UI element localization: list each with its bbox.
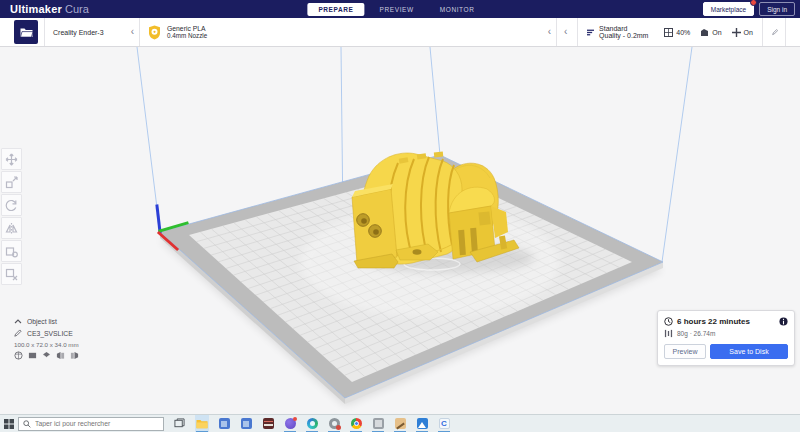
cura-icon: C [439, 418, 450, 429]
divider [577, 18, 578, 46]
stage-tabs: PREPARE PREVIEW MONITOR [307, 0, 485, 18]
taskbar-app-gray[interactable] [371, 415, 385, 432]
adhesion-value: On [744, 29, 753, 36]
material-usage-estimate: 80g · 26.74m [677, 330, 715, 337]
infill-setting: 40% [664, 28, 690, 37]
view-right-icon[interactable] [70, 351, 79, 360]
model-name: CE3_SVSLICE [27, 330, 73, 337]
taskbar-app-red-stripes[interactable] [261, 415, 275, 432]
search-input[interactable] [35, 420, 150, 427]
printer-selector[interactable]: Creality Ender-3 ‹ [44, 18, 140, 46]
adhesion-setting: On [732, 28, 753, 37]
brand-cura: Cura [65, 3, 89, 15]
model-list-item[interactable]: CE3_SVSLICE [14, 327, 79, 339]
save-to-disk-button[interactable]: Save to Disk [710, 344, 788, 359]
per-model-settings-icon [5, 245, 18, 258]
tab-monitor[interactable]: MONITOR [429, 3, 486, 16]
move-tool-button[interactable] [1, 148, 22, 170]
material-selector[interactable]: Generic PLA 0.4mm Nozzle ‹ [140, 18, 557, 46]
rotate-icon [5, 199, 18, 212]
preview-button[interactable]: Preview [664, 344, 706, 359]
printer-name: Creality Ender-3 [53, 29, 131, 36]
support-blocker-button[interactable] [1, 263, 22, 285]
photos-icon [417, 418, 428, 429]
app-icon [285, 418, 296, 429]
taskbar-app-row: C [195, 415, 451, 432]
profile-label: Standard Quality - 0.2mm [599, 25, 650, 39]
file-explorer-icon [196, 419, 208, 429]
taskbar-app-edge[interactable] [305, 415, 319, 432]
filament-spool-icon [664, 329, 673, 338]
support-value: On [712, 29, 721, 36]
scale-tool-button[interactable] [1, 171, 22, 193]
app-icon [395, 418, 406, 429]
view-top-icon[interactable] [42, 351, 51, 360]
header-right-group: Marketplace Sign in [703, 0, 795, 18]
print-settings-panel[interactable]: ‹ Standard Quality - 0.2mm 40% On [557, 18, 786, 46]
app-logo: UltimakerCura [10, 3, 89, 15]
taskbar-app-purple-circle[interactable] [283, 415, 297, 432]
sign-in-label: Sign in [767, 6, 787, 13]
custom-settings-pencil-icon[interactable] [772, 27, 778, 37]
notification-dot [750, 0, 757, 6]
folder-icon [20, 27, 33, 38]
taskbar-app-cura[interactable]: C [437, 415, 451, 432]
chevron-left-icon[interactable]: ‹ [548, 28, 551, 36]
configuration-bar: Creality Ender-3 ‹ Generic PLA 0.4mm Noz… [0, 18, 800, 47]
z-axis-icon [157, 206, 160, 232]
clock-icon [664, 317, 673, 326]
move-icon [5, 153, 18, 166]
support-icon [700, 28, 709, 37]
object-list-toggle[interactable]: Object list [14, 315, 79, 327]
tab-preview[interactable]: PREVIEW [369, 3, 425, 16]
rotate-tool-button[interactable] [1, 194, 22, 216]
tool-column [1, 148, 22, 285]
per-model-settings-button[interactable] [1, 240, 22, 262]
mirror-icon [5, 222, 18, 235]
taskbar-app-blue-2[interactable] [239, 415, 253, 432]
chevron-left-icon[interactable]: ‹ [131, 28, 134, 36]
nozzle-size: 0.4mm Nozzle [167, 32, 207, 40]
adhesion-icon [732, 28, 741, 37]
view-left-icon[interactable] [56, 351, 65, 360]
material-text: Generic PLA 0.4mm Nozzle [167, 25, 207, 40]
view-front-icon[interactable] [28, 351, 37, 360]
view-3d-icon[interactable] [14, 351, 23, 360]
windows-logo-icon [4, 419, 14, 429]
edge-icon [307, 418, 318, 429]
windows-taskbar: C 4°C Averses [0, 414, 800, 432]
taskbar-app-photos[interactable] [415, 415, 429, 432]
app-icon [241, 418, 252, 429]
info-icon[interactable] [779, 317, 788, 326]
marketplace-button[interactable]: Marketplace [703, 2, 754, 16]
chevron-up-icon [14, 319, 22, 324]
taskbar-app-settings-gear[interactable] [327, 415, 341, 432]
open-file-button[interactable] [14, 20, 38, 44]
chevron-left-icon[interactable]: ‹ [564, 28, 567, 36]
app-icon [219, 418, 230, 429]
support-setting: On [700, 28, 721, 37]
taskbar-app-chrome[interactable] [349, 415, 363, 432]
print-output-panel: 6 hours 22 minutes 80g · 26.74m Preview … [657, 310, 795, 366]
marketplace-label: Marketplace [711, 6, 746, 13]
pencil-icon [14, 329, 22, 337]
app-header: UltimakerCura PREPARE PREVIEW MONITOR Ma… [0, 0, 800, 18]
taskbar-app-file-explorer[interactable] [195, 415, 209, 432]
start-button[interactable] [0, 415, 18, 432]
camera-view-presets [14, 351, 79, 360]
object-list-label: Object list [27, 318, 57, 325]
divider [762, 18, 763, 46]
app-icon [263, 418, 274, 429]
scale-icon [5, 176, 18, 189]
brand-ultimaker: Ultimaker [10, 3, 62, 15]
taskbar-app-pencil[interactable] [393, 415, 407, 432]
mirror-tool-button[interactable] [1, 217, 22, 239]
taskbar-app-blue-1[interactable] [217, 415, 231, 432]
tab-prepare[interactable]: PREPARE [307, 3, 364, 16]
task-view-button[interactable] [172, 415, 186, 432]
infill-icon [664, 28, 673, 37]
scene-info: Object list CE3_SVSLICE 100.0 x 72.0 x 3… [14, 315, 79, 360]
taskbar-search[interactable] [18, 417, 164, 431]
material-name: Generic PLA [167, 25, 207, 33]
sign-in-button[interactable]: Sign in [759, 2, 795, 16]
